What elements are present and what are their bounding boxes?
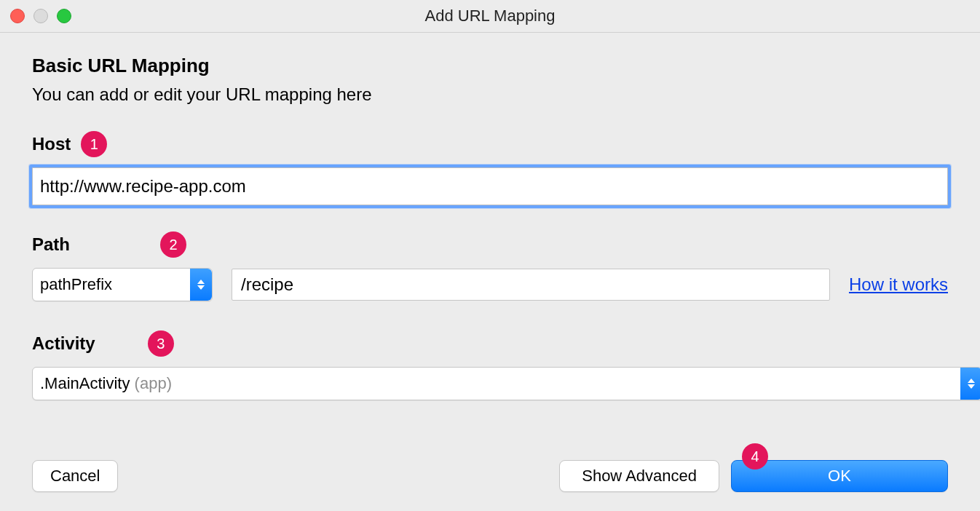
path-type-select[interactable]: pathPrefix (32, 268, 213, 301)
chevron-updown-icon (190, 269, 212, 301)
window-controls (10, 9, 71, 23)
zoom-window-icon[interactable] (57, 9, 71, 23)
host-input[interactable] (32, 167, 948, 205)
cancel-button[interactable]: Cancel (32, 460, 118, 492)
ok-button-label: OK (828, 467, 851, 486)
host-label-row: Host 1 (32, 131, 948, 157)
path-label-row: Path 2 (32, 231, 948, 258)
minimize-window-icon (33, 9, 48, 23)
ok-button[interactable]: 4 OK (731, 460, 948, 492)
badge-host: 1 (81, 131, 107, 157)
activity-label: Activity (32, 333, 95, 354)
dialog-buttons: Cancel Show Advanced 4 OK (32, 460, 948, 492)
show-advanced-button[interactable]: Show Advanced (559, 460, 719, 492)
activity-label-row: Activity 3 (32, 330, 948, 357)
path-type-value: pathPrefix (40, 275, 112, 294)
activity-value: .MainActivity (app) (40, 374, 172, 393)
badge-path: 2 (160, 231, 186, 258)
badge-ok: 4 (742, 443, 768, 470)
badge-activity: 3 (148, 330, 174, 357)
section-heading: Basic URL Mapping (32, 55, 948, 77)
activity-select[interactable]: .MainActivity (app) (32, 367, 980, 400)
chevron-updown-icon (960, 368, 980, 400)
titlebar: Add URL Mapping (0, 0, 980, 33)
window-title: Add URL Mapping (425, 7, 556, 25)
host-label: Host (32, 134, 71, 154)
how-it-works-link[interactable]: How it works (849, 274, 948, 295)
section-subheading: You can add or edit your URL mapping her… (32, 84, 948, 105)
path-input[interactable] (232, 269, 830, 301)
path-label: Path (32, 234, 70, 255)
close-window-icon[interactable] (10, 9, 25, 23)
